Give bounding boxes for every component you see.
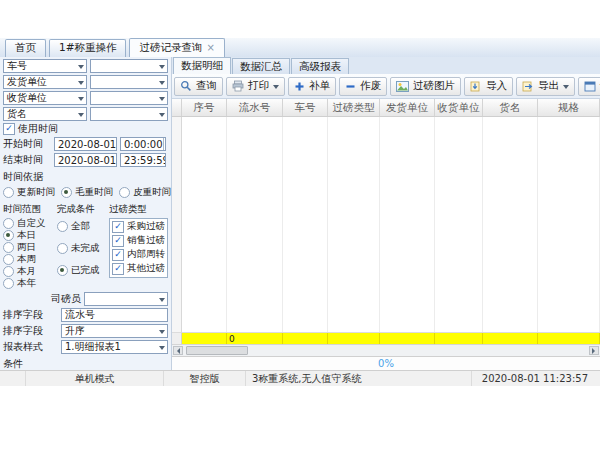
void-button[interactable]: 作废 <box>339 77 387 96</box>
horizontal-scrollbar[interactable] <box>172 344 600 356</box>
end-time-label: 结束时间 <box>3 153 51 167</box>
tab-advanced-report[interactable]: 高级报表 <box>291 58 349 74</box>
grid-body-col <box>435 117 483 332</box>
sort-field-input[interactable]: 流水号 <box>61 308 168 322</box>
checkbox-internal-transfer[interactable]: 内部周转 <box>112 249 165 260</box>
checkbox-purchase-weigh[interactable]: 采购过磅 <box>112 221 165 232</box>
checkbox-purchase-weigh-label: 采购过磅 <box>127 220 165 233</box>
weigher-select[interactable] <box>84 292 168 306</box>
export-icon <box>522 81 534 92</box>
goods-field-select[interactable]: 货名 <box>3 107 87 121</box>
calendar-icon <box>116 140 117 149</box>
col-sender[interactable]: 发货单位 <box>380 99 435 116</box>
radio-today[interactable]: 本日 <box>3 230 55 241</box>
tab-data-summary[interactable]: 数据汇总 <box>232 58 290 74</box>
col-weigh-type[interactable]: 过磅类型 <box>328 99 380 116</box>
status-lead-cell <box>0 371 26 386</box>
scroll-right-button[interactable] <box>589 346 599 355</box>
checkbox-other-weigh[interactable]: 其他过磅 <box>112 263 165 274</box>
printer-icon <box>232 80 244 92</box>
radio-unfinished[interactable]: 未完成 <box>57 243 107 254</box>
settings-button[interactable]: 设置 <box>578 77 600 96</box>
col-spec[interactable]: 规格 <box>538 99 600 116</box>
sort-order-select[interactable]: 升序 <box>61 324 168 338</box>
finish-condition-title: 完成条件 <box>57 203 107 216</box>
chevron-down-icon <box>159 65 165 72</box>
chevron-down-icon <box>159 113 165 120</box>
condition-title: 条件 <box>3 357 168 370</box>
col-serial-no[interactable]: 序号 <box>182 99 227 116</box>
vehicle-value-select[interactable] <box>90 59 168 73</box>
progress-percent: 0% <box>378 358 394 369</box>
radio-icon <box>119 187 130 198</box>
grid-body <box>172 117 600 332</box>
vehicle-field-label: 车号 <box>7 59 27 73</box>
radio-icon <box>3 254 14 265</box>
goods-value-select[interactable] <box>90 107 168 121</box>
radio-all[interactable]: 全部 <box>57 221 107 232</box>
scroll-left-button[interactable] <box>173 346 183 355</box>
checkbox-sale-weigh[interactable]: 销售过磅 <box>112 235 165 246</box>
weigher-row: 司磅员 <box>3 292 168 306</box>
grid-body-col <box>182 117 227 332</box>
use-time-checkbox[interactable] <box>3 123 15 135</box>
tab-data-detail-label: 数据明细 <box>181 59 223 73</box>
col-receiver[interactable]: 收货单位 <box>435 99 483 116</box>
start-time-spinner[interactable]: 0:00:00 <box>120 137 166 151</box>
radio-icon <box>3 266 14 277</box>
tab-home[interactable]: 首页 <box>5 39 46 57</box>
export-button[interactable]: 导出 <box>516 77 575 96</box>
radio-this-week[interactable]: 本周 <box>3 254 55 265</box>
vehicle-field-select[interactable]: 车号 <box>3 59 87 73</box>
weigh-type-group: 过磅类型 采购过磅 销售过磅 内部周转 其他过磅 <box>109 203 168 290</box>
filter-panel: 车号 发货单位 收货单位 <box>0 57 172 370</box>
import-button[interactable]: 导入 <box>464 77 513 96</box>
weigh-photo-button[interactable]: 过磅图片 <box>390 77 461 96</box>
sort-order-value: 升序 <box>65 324 85 338</box>
radio-update-time[interactable]: 更新时间 <box>3 187 55 198</box>
radio-finished[interactable]: 已完成 <box>57 265 107 276</box>
chevron-down-icon <box>159 346 165 353</box>
receiver-value-select[interactable] <box>90 91 168 105</box>
radio-icon <box>3 218 14 229</box>
grid-body-col <box>227 117 283 332</box>
start-date-picker[interactable]: 2020-08-01 <box>54 137 117 151</box>
checkbox-icon <box>112 221 124 233</box>
supplement-button-label: 补单 <box>309 79 330 93</box>
query-button[interactable]: 查询 <box>174 77 223 96</box>
close-tab-icon[interactable]: × <box>206 43 214 53</box>
grid-header: 序号 流水号 车号 过磅类型 发货单位 收货单位 货名 规格 <box>172 99 600 117</box>
supplement-button[interactable]: 补单 <box>288 77 336 96</box>
filter-groups: 时间范围 自定义 本日 两日 本周 本月 本年 完成条件 全部 未完成 已完成 … <box>3 203 168 290</box>
radio-two-days[interactable]: 两日 <box>3 242 55 253</box>
tab-weighing-operation[interactable]: 1#称重操作 <box>49 39 126 57</box>
col-vehicle-no[interactable]: 车号 <box>283 99 328 116</box>
radio-this-year-label: 本年 <box>17 277 36 290</box>
minus-icon <box>345 81 356 92</box>
arrow-left-icon <box>174 348 180 354</box>
radio-this-year[interactable]: 本年 <box>3 278 55 289</box>
sort-order-label: 排序字段 <box>3 324 58 338</box>
report-style-select[interactable]: 1.明细报表1 <box>61 340 168 354</box>
receiver-field-select[interactable]: 收货单位 <box>3 91 87 105</box>
print-button[interactable]: 打印 <box>226 77 285 96</box>
sender-value-select[interactable] <box>90 75 168 89</box>
col-goods[interactable]: 货名 <box>483 99 538 116</box>
spinner-icon[interactable] <box>163 138 166 150</box>
tab-data-detail[interactable]: 数据明细 <box>173 57 231 74</box>
radio-finished-label: 已完成 <box>71 264 100 277</box>
status-mode: 单机模式 <box>26 371 164 386</box>
scrollbar-thumb[interactable] <box>186 346 248 355</box>
sender-field-select[interactable]: 发货单位 <box>3 75 87 89</box>
filter-row-receiver: 收货单位 <box>3 91 168 105</box>
radio-this-month[interactable]: 本月 <box>3 266 55 277</box>
col-flow-no[interactable]: 流水号 <box>227 99 283 116</box>
radio-custom-range[interactable]: 自定义 <box>3 218 55 229</box>
radio-tare-time[interactable]: 皮重时间 <box>119 187 171 198</box>
summary-cell <box>483 333 538 344</box>
end-time-spinner[interactable]: 23:59:59 <box>120 153 166 167</box>
end-date-picker[interactable]: 2020-08-01 <box>54 153 117 167</box>
radio-gross-time[interactable]: 毛重时间 <box>61 187 113 198</box>
tab-weighing-record-query[interactable]: 过磅记录查询 × <box>129 38 224 57</box>
import-button-label: 导入 <box>486 79 507 93</box>
